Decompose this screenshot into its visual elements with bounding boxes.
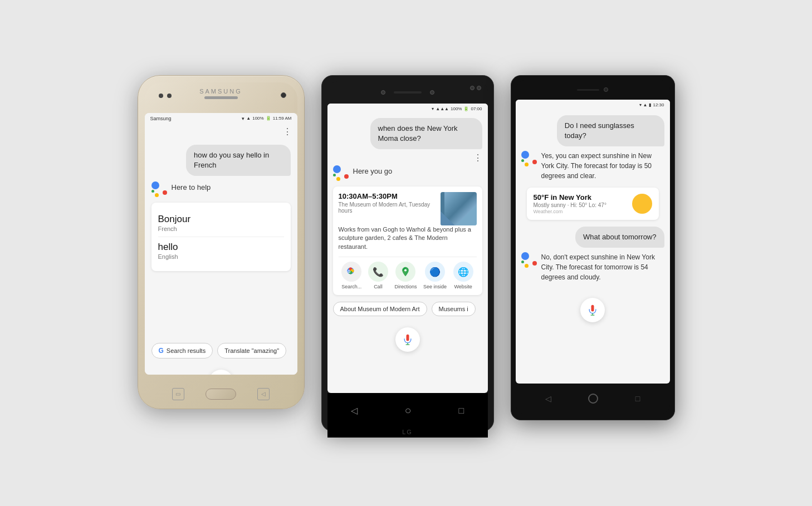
lg-action-see-inside[interactable]: 🔵 See inside (423, 262, 447, 289)
samsung-screen: Samsung ▾ ▲ 100% 🔋 11:59 AM ⋮ how do you… (145, 113, 297, 375)
lg-mic-button[interactable] (395, 327, 420, 352)
samsung-assistant-label: Here to help (172, 181, 211, 194)
lg-chips-row: About Museum of Modern Art Museums i (327, 297, 488, 321)
lg-museums-chip-label: Museums i (439, 306, 468, 312)
samsung-assistant-row: Here to help (151, 181, 291, 197)
lg-speaker (394, 91, 422, 94)
pixel-status-icons: ▾ ▲ ▮ 12:30 (639, 102, 664, 107)
samsung-mic-area (145, 363, 297, 375)
samsung-overflow-menu[interactable]: ⋮ (145, 124, 297, 139)
pixel-dot-yellow1 (525, 163, 529, 166)
samsung-translation-row-en: hello English (158, 237, 284, 264)
google-dot-red (163, 190, 167, 195)
lg-brand: LG (327, 428, 488, 436)
lg-search-label: Search... (341, 284, 361, 289)
pixel-dot-green2 (521, 261, 524, 263)
google-dot-blue (151, 181, 159, 189)
pixel-back-btn[interactable]: ◁ (545, 394, 551, 403)
google-g-icon: G (159, 347, 164, 355)
lg-moma-img (441, 192, 477, 225)
samsung-assistant-screen: how do you say hello in French Here to h… (145, 139, 297, 375)
lg-battery-icon: 🔋 (463, 106, 469, 111)
lg-overflow-menu[interactable]: ⋮ (327, 150, 488, 165)
lg-directions-label: Directions (394, 284, 417, 289)
pixel-dot-red1 (532, 160, 537, 164)
pixel-weather-subtitle: Mostly sunny · Hi: 50° Lo: 47° (534, 202, 606, 208)
lg-back-btn[interactable]: ◁ (351, 405, 358, 416)
samsung-google-dots (151, 181, 167, 197)
lg-screen: · ▾ ▲▲▲ 100% 🔋 07:00 when does the New Y… (327, 104, 488, 393)
lg-mic-area (327, 321, 488, 358)
lg-wifi-icon: ▾ (432, 106, 434, 111)
pixel-assistant-row1: Yes, you can expect sunshine in New York… (521, 151, 664, 181)
samsung-speaker (204, 96, 238, 99)
lg-phone: · ▾ ▲▲▲ 100% 🔋 07:00 when does the New Y… (321, 75, 494, 431)
samsung-translation-row-fr: Bonjour French (158, 209, 284, 237)
pixel-weather-card: 50°F in New York Mostly sunny · Hi: 50° … (527, 188, 659, 220)
lg-action-icons-row: G Search... 📞 Call (339, 257, 477, 289)
samsung-translate-chip[interactable]: Translate "amazing" (217, 343, 286, 358)
lg-bottom-area: ◁ ○ □ LG (327, 393, 488, 438)
lg-call-label: Call (374, 284, 383, 289)
pixel-home-btn[interactable] (588, 394, 598, 404)
lg-content: when does the New York Moma close? ⋮ Her… (327, 115, 488, 359)
samsung-back-btn[interactable]: ◁ (257, 388, 270, 400)
pixel-user-bubble1: Do I need sunglasses today? (557, 115, 664, 146)
lg-search-icon: G (341, 262, 361, 282)
lg-assistant-row: Here you go (327, 165, 488, 184)
samsung-mic-button[interactable] (209, 370, 233, 375)
lg-directions-icon (395, 262, 415, 282)
lg-signal-icon: ▲▲▲ (436, 106, 449, 111)
lg-about-chip-label: About Museum of Modern Art (340, 306, 420, 312)
pixel-dot-green1 (521, 159, 524, 162)
lg-action-call[interactable]: 📞 Call (368, 262, 388, 289)
samsung-phone: SAMSUNG Samsung ▾ ▲ 100% 🔋 11:59 AM ⋮ (138, 75, 305, 409)
lg-icon1 (470, 86, 475, 90)
lg-user-bubble: when does the New York Moma close? (370, 118, 482, 149)
samsung-chat-area: how do you say hello in French Here to h… (145, 139, 297, 338)
samsung-bezel-top: SAMSUNG (145, 82, 297, 113)
pixel-wifi-icon: ▾ (639, 102, 642, 107)
lg-museums-chip[interactable]: Museums i (432, 302, 476, 316)
samsung-translate-chip-label: Translate "amazing" (224, 347, 279, 354)
phones-container: SAMSUNG Samsung ▾ ▲ 100% 🔋 11:59 AM ⋮ (138, 75, 675, 431)
lg-recent-btn[interactable]: □ (458, 406, 464, 416)
lg-moma-desc: Works from van Gogh to Warhol & beyond p… (339, 225, 477, 251)
samsung-battery-icon: 🔋 (266, 116, 271, 121)
pixel-google-dots2 (521, 252, 537, 268)
lg-website-icon: 🌐 (453, 262, 473, 282)
samsung-bezel-bottom: ▭ ◁ (145, 375, 297, 414)
samsung-signal-icon: ▲ (246, 116, 251, 121)
pixel-mic-button[interactable] (580, 298, 605, 322)
samsung-status-bar: Samsung ▾ ▲ 100% 🔋 11:59 AM (145, 113, 297, 124)
lg-sensor (430, 90, 434, 95)
pixel-recent-btn[interactable]: □ (635, 394, 640, 403)
samsung-home-btn[interactable] (206, 389, 236, 400)
lg-dot-yellow (336, 177, 340, 181)
pixel-phone: · ▾ ▲ ▮ 12:30 Do I need sunglasses today… (511, 75, 675, 420)
samsung-translation-card: Bonjour French hello English (151, 203, 291, 271)
lg-dot-green (333, 174, 336, 176)
pixel-time: 12:30 (653, 102, 664, 107)
lg-about-chip[interactable]: About Museum of Modern Art (333, 302, 427, 316)
pixel-weather-info: 50°F in New York Mostly sunny · Hi: 50° … (534, 193, 606, 214)
pixel-camera (604, 87, 608, 92)
lg-website-label: Website (454, 284, 472, 289)
pixel-screen: · ▾ ▲ ▮ 12:30 Do I need sunglasses today… (516, 100, 670, 384)
lg-dot-blue (333, 165, 341, 173)
lg-action-website[interactable]: 🌐 Website (453, 262, 473, 289)
pixel-nav-bar: ◁ □ (516, 384, 670, 414)
lg-action-directions[interactable]: Directions (394, 262, 417, 289)
samsung-sensor-dot2 (167, 94, 172, 98)
pixel-dot-red2 (532, 261, 537, 266)
lg-home-btn[interactable]: ○ (405, 404, 412, 417)
lg-see-inside-label: See inside (423, 284, 447, 289)
lg-moma-card: 10:30AM–5:30PM The Museum of Modern Art,… (333, 186, 482, 295)
pixel-dot-blue1 (521, 151, 529, 159)
pixel-mic-area (521, 291, 664, 329)
samsung-search-chip[interactable]: G Search results (151, 343, 213, 358)
samsung-recent-btn[interactable]: ▭ (172, 388, 184, 400)
pixel-weather-title: 50°F in New York (534, 193, 606, 202)
lg-action-search[interactable]: G Search... (341, 262, 361, 289)
svg-text:G: G (348, 269, 351, 273)
